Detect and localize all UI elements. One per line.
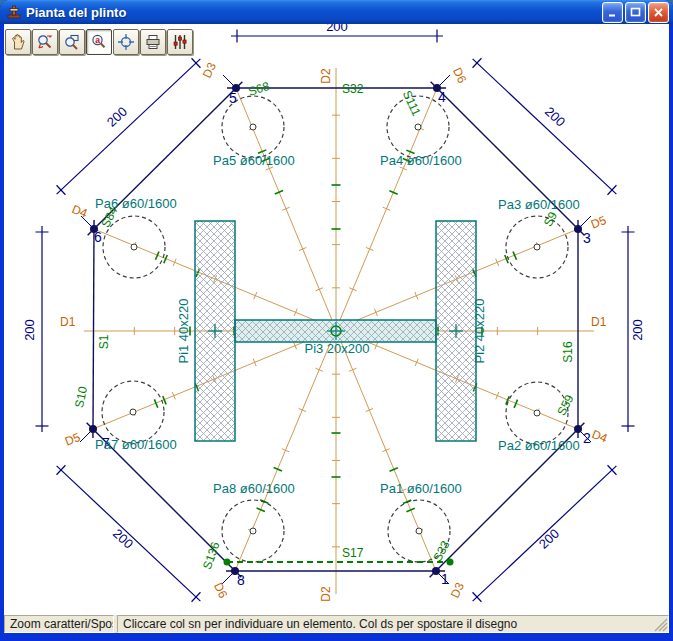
titlebar: Pianta del plinto	[0, 0, 673, 24]
toolbar: a	[5, 29, 193, 55]
print-button[interactable]	[140, 29, 166, 55]
app-icon	[6, 4, 22, 20]
status-mode-text: Zoom caratteri/Sposta	[4, 615, 114, 633]
drawing-label: Pa5 ø60/1600	[213, 153, 295, 168]
resize-grip[interactable]	[654, 618, 668, 632]
dimension-label: 200	[22, 319, 37, 341]
drawing-label: 5	[229, 90, 237, 106]
center-view-button[interactable]	[113, 29, 139, 55]
line	[223, 75, 233, 85]
pile-center	[250, 528, 256, 534]
drawing-label: Pi1 40x220	[176, 298, 191, 363]
node-dot	[574, 425, 582, 433]
drawing-label: Pa8 ø60/1600	[213, 481, 295, 496]
dimension-label: 200	[104, 104, 130, 130]
dimension-label: 200	[536, 526, 562, 552]
close-icon	[653, 7, 664, 18]
magnifier-window-icon	[63, 33, 81, 51]
app-window: Pianta del plinto	[0, 0, 673, 641]
sliders-icon	[171, 33, 189, 51]
dimension-label: 200	[630, 319, 645, 341]
drawing-label: Pi2 40x220	[472, 298, 487, 363]
dimension-label: 200	[326, 24, 348, 34]
drawing-label: D2	[319, 586, 333, 602]
drawing-label: D5	[63, 430, 83, 449]
node-dot	[89, 425, 97, 433]
minimize-icon	[607, 7, 618, 18]
drawing-label: Pa3 ø60/1600	[498, 197, 580, 212]
drawing-label: Pi3 20x200	[304, 341, 369, 356]
drawing-label: S59	[554, 392, 577, 418]
drawing-label: 4	[438, 89, 446, 105]
pile-center	[534, 410, 540, 416]
drawing-label: D1	[60, 315, 76, 329]
drawing-label: 6	[94, 229, 102, 245]
window-title: Pianta del plinto	[26, 5, 602, 20]
minimize-button[interactable]	[602, 2, 623, 23]
node-dot	[432, 567, 440, 575]
magnifier-arrows-icon	[36, 33, 54, 51]
pile-center	[130, 409, 136, 415]
printer-icon	[144, 33, 162, 51]
hand-icon	[9, 33, 27, 51]
zoom-dynamic-button[interactable]	[32, 29, 58, 55]
drawing-label: S111	[400, 88, 424, 118]
display-options-button[interactable]	[167, 29, 193, 55]
drawing-label: S17	[342, 546, 364, 560]
statusbar: Zoom caratteri/Sposta Cliccare col sn pe…	[4, 615, 669, 633]
octagon-edge	[93, 220, 94, 438]
dimension-label: 200	[110, 526, 136, 552]
drawing-label: S1	[97, 334, 111, 349]
drawing-label: 3	[583, 230, 591, 246]
drawing-label: D5	[589, 213, 609, 232]
status-hint-text: Cliccare col sn per individuare un eleme…	[123, 617, 517, 631]
dimension-label: 200	[542, 104, 568, 130]
node-dot	[447, 559, 454, 566]
pile-center	[416, 528, 422, 534]
line	[440, 75, 450, 85]
drawing-canvas: a	[4, 24, 669, 615]
drawing-label: S32	[342, 82, 364, 96]
drawing-label: D2	[319, 68, 333, 84]
drawing-label: D1	[591, 315, 607, 329]
drawing-label: Pa4 ø60/1600	[380, 153, 462, 168]
magnifier-a-icon: a	[90, 33, 108, 51]
drawing-label: Pa7 ø60/1600	[95, 437, 177, 452]
plan-drawing[interactable]: 20020020020020020020054321876Pa5 ø60/160…	[4, 24, 669, 615]
line	[80, 432, 90, 442]
pile-center	[534, 244, 540, 250]
drawing-label: D3	[200, 60, 219, 80]
node-dot	[574, 225, 582, 233]
close-button[interactable]	[648, 2, 669, 23]
drawing-label: D4	[590, 427, 610, 446]
drawing-label: D6	[450, 65, 469, 85]
pile-center	[250, 124, 256, 130]
dimension-line	[57, 59, 201, 194]
zoom-text-button[interactable]: a	[86, 29, 112, 55]
drawing-label: D6	[211, 580, 230, 600]
drawing-label: Pa2 ø60/1600	[498, 438, 580, 453]
dimension-line	[473, 59, 617, 194]
node-dot	[224, 559, 231, 566]
zoom-window-button[interactable]	[59, 29, 85, 55]
crosshair-icon	[117, 33, 135, 51]
svg-text:a: a	[95, 35, 100, 45]
pile-center	[415, 124, 421, 130]
drawing-label: 1	[441, 571, 449, 587]
drawing-label: D3	[448, 580, 467, 600]
maximize-button[interactable]	[625, 2, 646, 23]
drawing-label: S10	[72, 385, 90, 409]
drawing-label: 8	[237, 572, 245, 588]
drawing-label: S68	[247, 79, 272, 99]
drawing-label: D4	[70, 202, 90, 221]
drawing-label: S9	[541, 209, 560, 229]
drawing-label: Pa1 ø60/1600	[380, 481, 462, 496]
maximize-icon	[630, 7, 641, 18]
pan-button[interactable]	[5, 29, 31, 55]
drawing-label: S16	[561, 341, 575, 363]
pile-center	[131, 244, 137, 250]
